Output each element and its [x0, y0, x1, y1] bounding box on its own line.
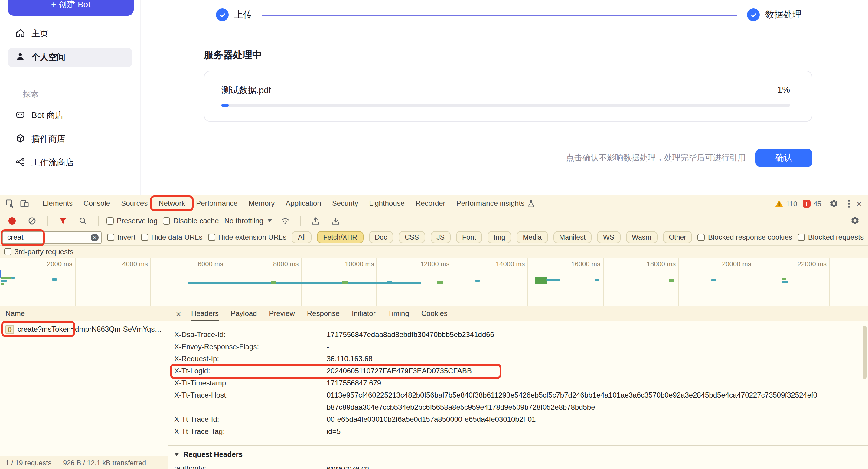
- filter-chip-css[interactable]: CSS: [399, 231, 425, 243]
- timeline-tick: 8000 ms: [226, 258, 301, 267]
- timeline-tick: 22000 ms: [754, 258, 829, 267]
- section-label: Request Headers: [183, 450, 243, 459]
- sidebar-item-bot-store[interactable]: Bot 商店: [8, 106, 132, 125]
- close-detail-icon[interactable]: ×: [172, 308, 185, 319]
- stepper-connector: [262, 14, 737, 16]
- explore-section-label: 探索: [23, 89, 132, 100]
- sidebar-item-home[interactable]: 主页: [8, 24, 132, 43]
- checkbox-label: Disable cache: [173, 216, 219, 225]
- search-icon[interactable]: [75, 213, 90, 228]
- sidebar-item-personal-space[interactable]: 个人空间: [8, 48, 132, 67]
- header-name: X-Tt-Trace-Tag:: [174, 426, 327, 438]
- network-settings-gear-icon[interactable]: [847, 213, 862, 228]
- network-filter-input[interactable]: [2, 231, 102, 243]
- timeline-bar: [1, 280, 7, 282]
- timeline-bar: [437, 281, 443, 285]
- checkbox: [141, 234, 148, 241]
- import-har-icon[interactable]: [329, 213, 343, 228]
- checkbox: [698, 234, 705, 241]
- invert-checkbox[interactable]: Invert: [107, 233, 135, 241]
- clear-filter-icon[interactable]: ×: [91, 233, 99, 241]
- filter-chip-other[interactable]: Other: [663, 231, 692, 243]
- timeline-tick: 6000 ms: [151, 258, 226, 267]
- request-detail-tabs: × Headers Payload Preview Response Initi…: [168, 306, 868, 321]
- sidebar-item-plugin-store[interactable]: 插件商店: [8, 129, 132, 149]
- record-button[interactable]: [5, 213, 19, 228]
- confirm-button[interactable]: 确认: [755, 149, 812, 167]
- hide-data-urls-checkbox[interactable]: Hide data URLs: [141, 233, 202, 241]
- filter-chip-media[interactable]: Media: [517, 231, 548, 243]
- request-row-create[interactable]: {} create?msToken=dmprN863Qm-SeVmYqs…: [0, 321, 167, 337]
- filter-chip-doc[interactable]: Doc: [369, 231, 393, 243]
- detail-tab-cookies[interactable]: Cookies: [415, 306, 454, 321]
- network-overview-timeline[interactable]: 2000 ms 4000 ms 6000 ms 8000 ms 10000 ms…: [0, 258, 868, 306]
- sidebar-item-workflow-store[interactable]: 工作流商店: [8, 153, 132, 173]
- sidebar-item-label: 主页: [31, 28, 49, 39]
- timeline-tick: 18000 ms: [603, 258, 678, 267]
- filter-funnel-icon[interactable]: [56, 213, 70, 228]
- filter-chip-manifest[interactable]: Manifest: [553, 231, 592, 243]
- header-name: :authority:: [174, 462, 327, 469]
- tab-memory[interactable]: Memory: [243, 196, 280, 212]
- blocked-requests-checkbox[interactable]: Blocked requests: [798, 233, 864, 241]
- tab-sources[interactable]: Sources: [116, 196, 153, 212]
- timeline-tick: 10000 ms: [302, 258, 376, 267]
- tab-network[interactable]: Network: [153, 196, 190, 212]
- tab-performance[interactable]: Performance: [190, 196, 243, 212]
- timeline-bar: [669, 279, 674, 282]
- checkbox: [798, 234, 805, 241]
- timeline-bar: [271, 281, 276, 285]
- close-devtools-icon[interactable]: ×: [856, 199, 862, 208]
- detail-tab-response[interactable]: Response: [301, 306, 346, 321]
- filter-chip-font[interactable]: Font: [456, 231, 482, 243]
- disable-cache-checkbox[interactable]: Disable cache: [163, 216, 219, 225]
- detail-tab-initiator[interactable]: Initiator: [346, 306, 382, 321]
- filter-chip-img[interactable]: Img: [488, 231, 511, 243]
- timeline-bar: [782, 278, 786, 280]
- filter-chip-wasm[interactable]: Wasm: [626, 231, 657, 243]
- device-toolbar-icon[interactable]: [17, 196, 31, 211]
- tab-application[interactable]: Application: [280, 196, 326, 212]
- timeline-bar: [711, 279, 716, 282]
- header-value: 1717556847.679: [327, 377, 381, 389]
- warnings-indicator[interactable]: 110: [775, 200, 797, 208]
- errors-indicator[interactable]: ! 45: [803, 200, 822, 208]
- detail-tab-payload[interactable]: Payload: [225, 306, 263, 321]
- network-conditions-icon[interactable]: [278, 213, 292, 228]
- filter-chip-js[interactable]: JS: [430, 231, 451, 243]
- tab-lighthouse[interactable]: Lighthouse: [364, 196, 410, 212]
- tab-performance-insights[interactable]: Performance insights: [451, 196, 540, 212]
- header-value: 1717556847edaa8ad8ebdfb30470bbb5eb2341dd…: [327, 329, 494, 341]
- settings-gear-icon[interactable]: [827, 196, 841, 211]
- clear-icon[interactable]: [25, 213, 39, 228]
- detail-tab-headers[interactable]: Headers: [185, 306, 225, 321]
- detail-tab-preview[interactable]: Preview: [263, 306, 301, 321]
- timeline-tick: 2000 ms: [0, 258, 75, 267]
- throttling-dropdown[interactable]: No throttling: [224, 216, 273, 225]
- detail-tab-timing[interactable]: Timing: [382, 306, 415, 321]
- timeline-tick: 20000 ms: [679, 258, 753, 267]
- requests-count: 1 / 19 requests: [5, 459, 52, 466]
- scrollbar-thumb[interactable]: [863, 326, 867, 379]
- devtools-tabbar-right: 110 ! 45 ×: [775, 196, 863, 211]
- checkbox-label: Blocked requests: [808, 233, 864, 241]
- more-options-icon[interactable]: [846, 199, 851, 209]
- tab-console[interactable]: Console: [78, 196, 116, 212]
- blocked-response-cookies-checkbox[interactable]: Blocked response cookies: [698, 233, 793, 241]
- third-party-requests-checkbox[interactable]: 3rd-party requests: [4, 247, 73, 256]
- request-headers-section[interactable]: Request Headers: [168, 445, 868, 459]
- inspect-element-icon[interactable]: [2, 196, 17, 211]
- preserve-log-checkbox[interactable]: Preserve log: [106, 216, 158, 225]
- create-bot-button[interactable]: + 创建 Bot: [8, 0, 134, 16]
- tab-elements[interactable]: Elements: [37, 196, 78, 212]
- hide-extension-urls-checkbox[interactable]: Hide extension URLs: [208, 233, 286, 241]
- bot-icon: [15, 110, 25, 122]
- timeline-bar: [11, 276, 14, 279]
- name-column-header[interactable]: Name: [0, 306, 167, 321]
- filter-chip-all[interactable]: All: [292, 231, 312, 243]
- tab-security[interactable]: Security: [327, 196, 364, 212]
- filter-chip-ws[interactable]: WS: [597, 231, 620, 243]
- export-har-icon[interactable]: [309, 213, 323, 228]
- filter-chip-fetch-xhr[interactable]: Fetch/XHR: [317, 231, 364, 243]
- tab-recorder[interactable]: Recorder: [410, 196, 451, 212]
